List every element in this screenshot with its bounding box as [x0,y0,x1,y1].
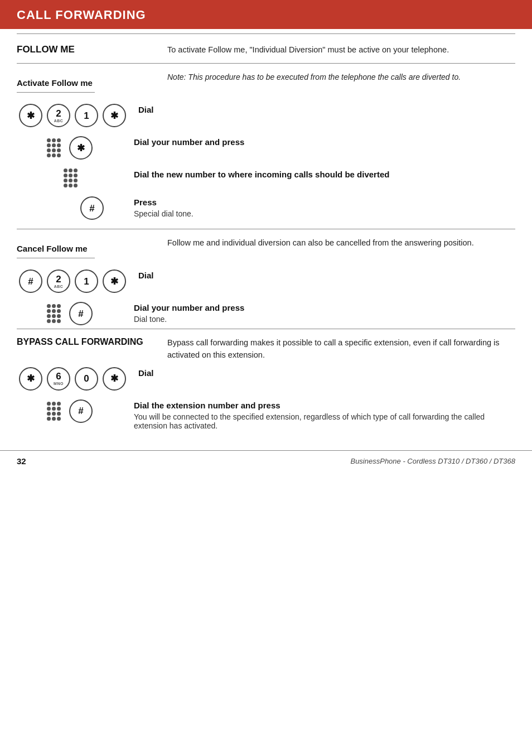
cancel-title: Cancel Follow me [17,244,151,253]
bypass-step-2-label: Dial the extension number and press You … [134,399,515,430]
footer-page-number: 32 [17,456,26,466]
key-0: 0 [75,367,98,391]
bypass-step-1-icons: ✱ 6 MNO 0 ✱ [17,367,138,391]
footer: 32 BusinessPhone - Cordless DT310 / DT36… [0,450,532,471]
bypass-row: BYPASS CALL FORWARDING Bypass call forwa… [17,329,515,362]
activate-follow-me-row: Activate Follow me Note: This procedure … [17,64,515,98]
activate-subdivider [17,92,95,93]
activate-step-3-icons [17,168,134,187]
keypad-icon-2 [64,168,81,187]
activate-step-2: ✱ Dial your number and press [17,131,515,163]
key-2abc-c: 2 ABC [47,269,70,293]
follow-me-left: FOLLOW ME [17,44,162,57]
key-star-3: ✱ [69,136,93,160]
cancel-subdivider [17,258,95,258]
key-star-b1: ✱ [19,367,42,391]
keypad-icon-1 [47,138,65,157]
activate-step-4-label: Press Special dial tone. [134,196,194,218]
keypad-icon-4 [47,402,65,421]
cancel-step-1: # 2 ABC 1 ✱ Dial [17,264,515,296]
bypass-right: Bypass call forwarding makes it possible… [162,337,515,362]
cancel-step-2-label: Dial your number and press Dial tone. [134,302,244,324]
keypad-icon-3 [47,304,65,323]
key-star-1: ✱ [19,104,42,127]
cancel-follow-me-row: Cancel Follow me Follow me and individua… [17,229,515,264]
cancel-step-2: # Dial your number and press Dial tone. [17,296,515,329]
key-star-b2: ✱ [103,367,126,391]
bypass-section: BYPASS CALL FORWARDING Bypass call forwa… [17,329,515,434]
activate-step-1: ✱ 2 ABC 1 ✱ Dial [17,98,515,131]
activate-step-2-label: Dial your number and press [134,136,244,148]
cancel-left: Cancel Follow me [17,237,162,264]
page: CALL FORWARDING FOLLOW ME To activate Fo… [0,0,532,756]
activate-step-4: # Press Special dial tone. [17,191,515,223]
activate-left: Activate Follow me [17,71,162,98]
key-star-c: ✱ [103,269,126,293]
key-star-2: ✱ [103,104,126,127]
page-title: CALL FORWARDING [17,8,515,22]
cancel-step-1-label: Dial [138,269,154,281]
footer-brand: BusinessPhone - Cordless DT310 / DT360 /… [350,457,515,465]
activate-title: Activate Follow me [17,78,151,88]
key-hash-b: # [69,399,93,423]
activate-step-3: Dial the new number to where incoming ca… [17,163,515,191]
header-bar: CALL FORWARDING [0,0,532,29]
key-hash-2: # [19,269,42,293]
follow-me-description: To activate Follow me, "Individual Diver… [167,44,515,56]
bypass-title: BYPASS CALL FORWARDING [17,337,151,347]
key-6mno: 6 MNO [47,367,70,391]
follow-me-right: To activate Follow me, "Individual Diver… [162,44,515,56]
key-hash-3: # [69,302,93,325]
cancel-description: Follow me and individual diversion can a… [167,237,515,249]
bypass-description: Bypass call forwarding makes it possible… [167,337,515,362]
key-hash-1: # [80,196,104,220]
content: FOLLOW ME To activate Follow me, "Indivi… [0,33,532,445]
cancel-right: Follow me and individual diversion can a… [162,237,515,249]
bypass-step-2-icons: # [17,399,134,423]
key-1-c: 1 [75,269,98,293]
key-2abc: 2 ABC [47,104,70,127]
follow-me-title: FOLLOW ME [17,44,151,55]
activate-step-1-icons: ✱ 2 ABC 1 ✱ [17,104,138,127]
bypass-step-1: ✱ 6 MNO 0 ✱ Dial [17,362,515,394]
activate-right: Note: This procedure has to be executed … [162,71,515,83]
key-1: 1 [75,104,98,127]
bypass-left: BYPASS CALL FORWARDING [17,337,162,349]
activate-step-2-icons: ✱ [17,136,134,160]
bypass-step-1-label: Dial [138,367,154,379]
cancel-step-1-icons: # 2 ABC 1 ✱ [17,269,138,293]
cancel-step-2-icons: # [17,302,134,325]
activate-step-4-icons: # [17,196,134,220]
activate-step-1-label: Dial [138,104,154,115]
activate-step-3-label: Dial the new number to where incoming ca… [134,168,389,180]
follow-me-section: FOLLOW ME To activate Follow me, "Indivi… [17,34,515,63]
bypass-step-2: # Dial the extension number and press Yo… [17,394,515,434]
activate-note: Note: This procedure has to be executed … [167,71,515,83]
